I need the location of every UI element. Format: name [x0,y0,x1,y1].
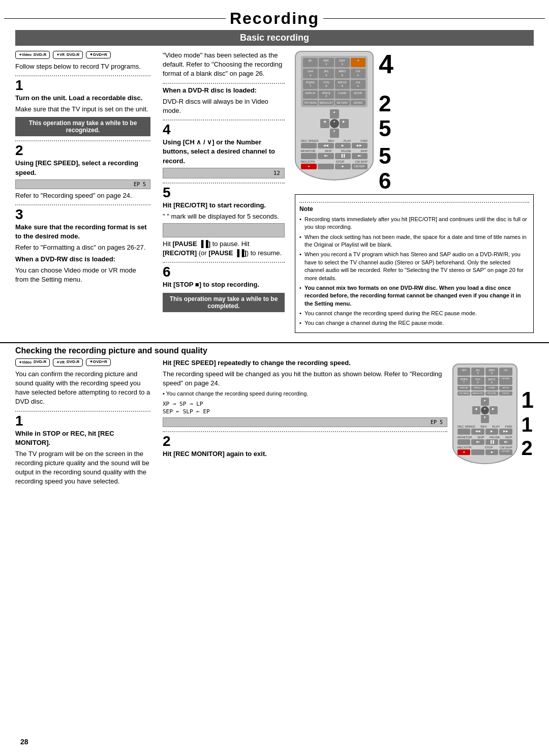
remote-btn-recotr: ● [301,164,317,169]
note-item-4: You cannot mix two formats on one DVD-RW… [299,284,529,308]
remote-btn-down: ▼ [330,129,339,138]
remote-btn-space: SPACE0 [319,90,333,99]
step2-number: 2 [15,143,150,158]
col2-step2-divider [163,431,447,432]
remote-btn-0: @/: [303,58,318,67]
step2-divider [15,140,150,141]
dvd-logo-3: ✦DVD+R [86,51,110,59]
remote-btn-clear: CLEAR [335,90,350,99]
rs-monitor [458,439,470,445]
rs-ch: CH [499,368,512,376]
remote-btn-jkl: JKL5 [319,69,333,78]
second-main: ✦Video DVD-R ✦VR DVD-R ✦DVD+R You can co… [15,358,534,489]
dvd-logo-b3: ✦DVD+R [86,358,110,366]
col2-step2-bold: Hit [REC MONITOR] again to exit. [163,449,447,459]
channel-display: 12 [163,168,285,178]
remote-transport-labels: REC SPEEDREVPLAYFWD [301,139,368,142]
mid-divider2 [163,119,285,120]
remote-btn-def: DEF3 [335,58,350,67]
remote-btn-pause: ▐▐ [335,153,351,159]
note-item-6: You can change a channel during the REC … [299,319,529,327]
remote-btn-enter: ENTER [351,100,365,105]
mid-step4-bold2: Using [CH ∧ / ∨] or the Number buttons, … [163,138,285,166]
step-num-4: 4 [379,51,393,77]
rs-cmskip: CM SKIP [499,449,512,455]
col2-mid-note: • You cannot change the recording speed … [163,390,447,398]
step1-bold: Turn on the unit. Load a recordable disc… [15,94,150,103]
remote-btn-skip1: ⏭ [318,153,333,159]
rs-empty [471,449,484,455]
title-line-right [323,18,545,19]
dvd-logos-bottom: ✦Video DVD-R ✦VR DVD-R ✦DVD+R [15,358,150,367]
step1-divider [15,75,150,76]
rs-return: RETURN [485,391,498,396]
rs-clear: CLEAR [485,386,498,390]
step1-text: Make sure that the TV input is set on th… [15,105,150,114]
step3-divider [15,204,150,205]
step1-highlight: This operation may take a while to be re… [15,117,150,136]
page-wrapper: Recording Basic recording ✦Video DVD-R ✦… [0,0,549,489]
col2-left: ✦Video DVD-R ✦VR DVD-R ✦DVD+R You can co… [15,358,158,489]
remote-btn-wxyz: WXYZ9 [335,80,350,89]
step3-number: 3 [15,207,150,222]
rs-fwd: ▶▶ [499,429,512,434]
second-section: Checking the recording picture and sound… [0,342,549,489]
remote-small: GHI JKL5 MNO6 CH PQRS7 TUV8 WXYZ9 REPEAT… [452,364,517,464]
step3-text2: You can choose Video mode or VR mode fro… [15,266,150,284]
col2-step-nums: 1 1 2 [522,358,534,458]
section-header: Basic recording [15,30,534,46]
recording-display [163,223,285,237]
mid-divider3 [163,183,285,184]
step-numbers-right: 4 2 5 5 6 [379,51,393,192]
step2-speed-display: EP 5 [15,179,150,189]
rs-transport-labels: REC SPEEDREVPLAYFWD [458,425,512,428]
rs-rev: ◀◀ [471,429,484,434]
note-item-5: You cannot change the recording speed du… [299,310,529,317]
mid-step5-num: 5 [163,186,285,200]
remote-btn-display: DISPLAY [303,90,318,99]
dvd-logo-b2: ✦VR DVD-R [53,358,83,367]
remote-btn-fwd: ▶▶ [352,143,368,148]
rs-recspeed [458,429,470,434]
col2-right: GHI JKL5 MNO6 CH PQRS7 TUV8 WXYZ9 REPEAT… [452,358,534,489]
rs-play: ▶ [485,429,498,434]
mid-step4-text: DVD-R discs will always be in Video mode… [163,97,285,115]
mid-pause-text: Hit [PAUSE ▐▐] to pause. Hit [REC/OTR] (… [163,239,285,258]
col2-step-num-1a: 1 [522,389,534,411]
rs-enter: ENTER [499,391,512,396]
right-column: @/: ABC2 DEF3 4 GHI4 JKL5 MNO6 CH∧ P [290,51,534,333]
speed-arrow-1: XP → SP → LP [163,401,447,407]
rs-ok: ● [481,406,489,414]
rs-menulist: MENU/LIST [471,391,484,396]
remote-btn-pqrs: PQRS7 [303,80,318,89]
page-number: 28 [20,738,28,746]
remote-btn-4: 4 [351,58,365,67]
dvd-logo-2: ✦VR DVD-R [53,51,83,59]
col2-step1-divider [15,411,150,412]
dvd-logos-top: ✦Video DVD-R ✦VR DVD-R ✦DVD+R [15,51,150,59]
mid-divider1 [163,83,285,84]
note-box: Note Recording starts immediately after … [295,194,534,333]
title-section: Recording [0,0,549,30]
remote-btn-rev: ◀◀ [318,143,333,148]
title-line-left [4,18,226,19]
remote-btn-stop: ■ [335,164,351,169]
rs-topmenu: TOP MENU [458,391,470,396]
remote-btn-ch2: CH∨ [351,80,365,89]
note-divider [299,202,529,203]
note-list: Recording starts immediately after you h… [299,216,529,327]
rs-right: ▶ [490,406,498,414]
remote-btn-skip2: ⏭ [352,153,368,159]
rs-skip1: ⏭ [471,439,484,445]
mid-divider4 [163,262,285,263]
left-column: ✦Video DVD-R ✦VR DVD-R ✦DVD+R Follow ste… [15,51,158,333]
remote-btn-menulist: MENU/LIST [319,100,333,105]
col2-step-num-1b: 1 [522,414,534,435]
remote-btn-up: ▲ [330,109,339,118]
step-num-6: 6 [379,170,393,192]
col2-mid-text1: The recording speed will be changed as y… [163,370,447,388]
rs-tuv: TUV8 [471,377,484,385]
rs-left: ◀ [472,406,480,414]
mid-highlight2: This operation may take a while to be co… [163,293,285,312]
col2-step1-num: 1 [15,414,150,428]
